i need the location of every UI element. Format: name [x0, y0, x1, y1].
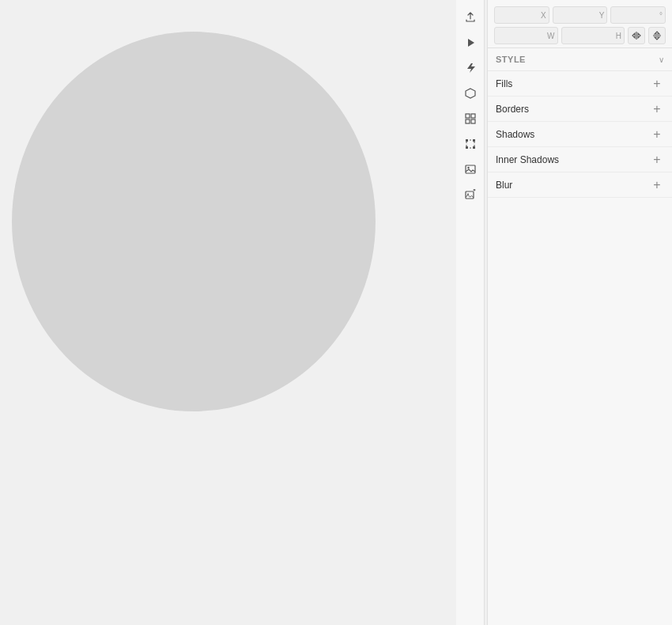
play-icon[interactable]	[459, 32, 481, 54]
svg-rect-5	[471, 119, 475, 123]
add-image-icon[interactable]	[459, 184, 481, 206]
add-border-button[interactable]: +	[650, 102, 664, 116]
shadows-label: Shadows	[496, 129, 534, 140]
h-label: H	[616, 32, 621, 40]
style-section-header[interactable]: STYLE ∨	[488, 48, 672, 71]
borders-label: Borders	[496, 104, 529, 115]
left-toolbar	[456, 0, 485, 625]
y-field[interactable]: Y	[553, 6, 608, 24]
rotation-input[interactable]	[614, 10, 662, 20]
right-panel: X Y ° W H	[487, 0, 672, 625]
w-label: W	[547, 32, 554, 40]
fills-row: Fills +	[488, 71, 672, 97]
fills-label: Fills	[496, 78, 512, 89]
canvas-circle	[12, 32, 376, 411]
svg-rect-11	[466, 165, 475, 173]
svg-rect-4	[466, 119, 470, 123]
add-inner-shadow-button[interactable]: +	[650, 153, 664, 167]
hexagon-icon[interactable]	[459, 82, 481, 104]
flip-horizontal-button[interactable]	[628, 27, 645, 44]
add-fill-button[interactable]: +	[650, 77, 664, 91]
grid-icon[interactable]	[459, 108, 481, 130]
svg-rect-8	[473, 139, 475, 142]
r-label: °	[659, 11, 663, 20]
coords-row: X Y °	[494, 6, 666, 24]
svg-rect-7	[466, 139, 468, 142]
shadows-row: Shadows +	[488, 122, 672, 147]
x-input[interactable]	[498, 10, 546, 20]
svg-rect-10	[473, 146, 475, 149]
lightning-icon[interactable]	[459, 57, 481, 79]
rotation-field[interactable]: °	[610, 6, 666, 24]
x-label: X	[541, 11, 546, 20]
svg-point-12	[467, 167, 469, 169]
h-input[interactable]	[565, 31, 621, 40]
image-icon[interactable]	[459, 158, 481, 180]
style-section: STYLE ∨ Fills + Borders + Shadows + Inne…	[488, 48, 672, 198]
blur-label: Blur	[496, 180, 512, 191]
style-section-label: STYLE	[496, 55, 526, 64]
x-field[interactable]: X	[494, 6, 549, 24]
y-label: Y	[599, 11, 605, 20]
add-blur-button[interactable]: +	[650, 178, 664, 192]
w-input[interactable]	[498, 31, 554, 40]
flip-vertical-button[interactable]	[648, 27, 666, 44]
svg-rect-2	[466, 114, 470, 118]
svg-marker-0	[468, 39, 474, 47]
svg-rect-3	[471, 114, 475, 118]
blur-row: Blur +	[488, 172, 672, 198]
y-input[interactable]	[557, 10, 604, 20]
export-icon[interactable]	[459, 6, 481, 28]
inner-shadows-row: Inner Shadows +	[488, 147, 672, 172]
borders-row: Borders +	[488, 97, 672, 122]
selection-icon[interactable]	[459, 133, 481, 155]
h-field[interactable]: H	[561, 27, 625, 44]
svg-rect-13	[466, 191, 474, 199]
style-chevron-icon: ∨	[659, 55, 664, 64]
top-controls: X Y ° W H	[488, 0, 672, 48]
svg-marker-1	[466, 89, 475, 98]
inner-shadows-label: Inner Shadows	[496, 154, 559, 165]
add-shadow-button[interactable]: +	[650, 127, 664, 142]
w-field[interactable]: W	[494, 27, 558, 44]
svg-rect-9	[466, 146, 468, 149]
dims-row: W H	[494, 27, 666, 44]
